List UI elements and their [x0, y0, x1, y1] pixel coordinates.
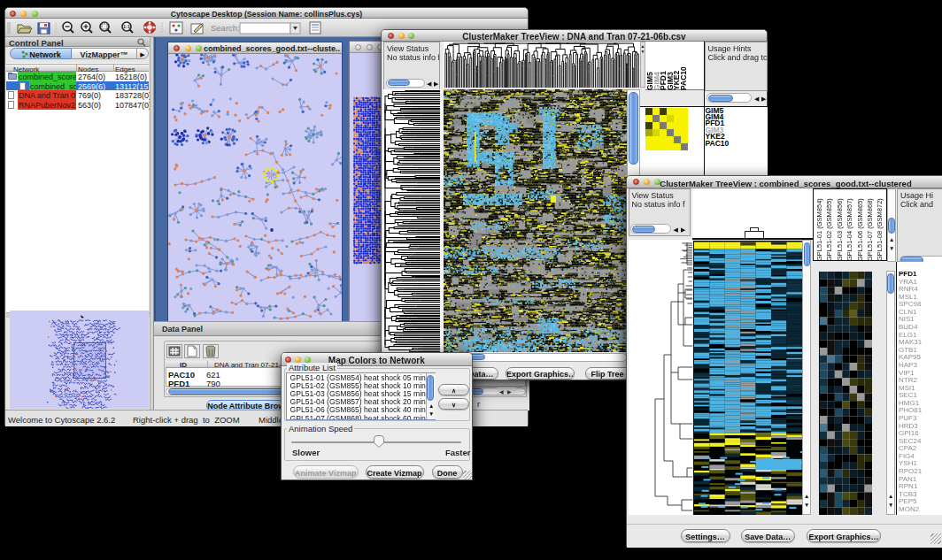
svg-text:Search:: Search: [211, 23, 240, 33]
svg-text:1:1: 1:1 [123, 24, 130, 29]
